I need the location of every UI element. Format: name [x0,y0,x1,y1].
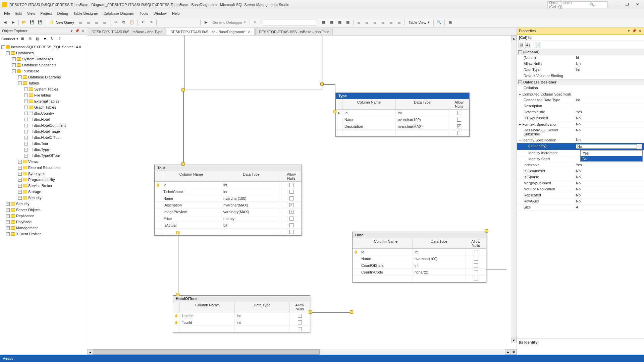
nav-fwd-button[interactable]: ▶ [9,19,17,26]
menu-window[interactable]: Window [151,10,169,16]
tool-4-button[interactable]: ▦ [344,19,352,26]
cut-button[interactable]: ✂ [112,19,119,26]
layout-2-button[interactable]: ☰ [363,19,371,26]
tree-item[interactable]: +Service Broker [0,183,87,189]
diagram-table-hotel[interactable]: HotelColumn NameData TypeAllow NullsIdin… [352,232,486,283]
connect-button[interactable]: Connect [1,37,15,41]
tree-item[interactable]: +dbo.TypeOfTour [0,153,87,159]
property-pages-button[interactable]: 📄 [535,42,541,48]
property-row[interactable]: (Is Identity)No▾ [517,143,644,150]
debugger-select[interactable]: Generic Debugger▾ [210,20,248,24]
object-tree[interactable]: − localhost\SQLEXPRESS (SQL Server 14.0 … [0,43,87,355]
restore-button[interactable]: ❐ [623,1,632,8]
menu-debug[interactable]: Debug [55,10,71,16]
redo-button[interactable]: ↷ [147,19,155,26]
tool-3-button[interactable]: ▦ [336,19,343,26]
db-query-3-button[interactable]: ☰ [93,19,100,26]
property-grid[interactable]: −(General)(Name)IdAllow NullsNoData Type… [517,49,644,339]
property-row[interactable]: Allow NullsNo [517,61,644,67]
menu-file[interactable]: File [1,10,13,16]
property-row[interactable]: Default Value or Binding [517,73,644,79]
identity-dropdown[interactable]: YesNo [580,150,643,162]
property-row[interactable]: +Computed Column Specificati [517,91,644,97]
property-row[interactable]: RowGuidNo [517,198,644,204]
tree-item[interactable]: −ToursBase [0,68,87,74]
property-row[interactable]: Not For ReplicationNo [517,186,644,192]
zoom-select[interactable] [263,19,316,26]
tree-item[interactable]: +dbo.HotelOfTour [0,134,87,140]
table-view-select[interactable]: Table View▾ [407,20,432,24]
db-query-1-button[interactable]: ☰ [77,19,84,26]
categorized-button[interactable]: ▤ [518,42,524,48]
diagram-canvas[interactable]: TypeColumn NameData TypeAllow Nulls▸Idin… [87,36,517,349]
pin-icon[interactable]: 📌 [632,28,637,33]
layout-3-button[interactable]: ☰ [371,19,379,26]
connect-tb-2[interactable]: ⊞ [27,36,33,42]
menu-help[interactable]: Help [169,10,182,16]
menu-project[interactable]: Project [38,10,54,16]
minimize-button[interactable]: — [612,1,622,8]
copy-button[interactable]: ⧉ [120,19,127,26]
diagram-table-hoteloftour[interactable]: HotelOfTourColumn NameData TypeAllow Nul… [173,295,310,333]
property-row[interactable]: Description [517,103,644,109]
tree-item[interactable]: −Tables [0,80,87,86]
property-row[interactable]: (Name)Id [517,55,644,61]
property-category[interactable]: −(General) [517,49,644,55]
tree-item[interactable]: +XEvent Profiler [0,231,87,237]
tree-item[interactable]: +dbo.HotelImage [0,128,87,134]
panel-close-icon[interactable]: ✕ [80,28,85,33]
menu-table-designer[interactable]: Table Designer [71,10,101,16]
save-button[interactable]: 💾 [29,19,36,26]
tree-item[interactable]: +FileTables [0,92,87,98]
tree-item[interactable]: +Server Objects [0,207,87,213]
panel-close-icon[interactable]: ✕ [637,28,642,33]
save-all-button[interactable]: 💾 [37,19,44,26]
dropdown-icon[interactable]: ▾ [69,28,74,33]
tree-item[interactable]: +dbo.HotelComment [0,122,87,128]
tree-item[interactable]: +Security [0,195,87,201]
layout-6-button[interactable]: ☰ [395,19,403,26]
property-row[interactable]: +Full-text SpecificationNo [517,121,644,127]
connect-tb-1[interactable]: ⊞ [20,36,26,42]
dropdown-icon[interactable]: ▾ [627,28,631,33]
quick-launch-input[interactable]: Quick Launch (Ctrl+Q) 🔍 [547,1,608,8]
tree-item[interactable]: +dbo.Hotel [0,116,87,122]
diagram-table-type[interactable]: TypeColumn NameData TypeAllow Nulls▸Idin… [335,93,470,137]
tree-item[interactable]: +Views [0,159,87,165]
layout-5-button[interactable]: ☰ [387,19,395,26]
property-row[interactable]: Data Typeint [517,67,644,73]
menu-edit[interactable]: Edit [13,10,24,16]
property-row[interactable]: ReplicatedNo [517,192,644,198]
diagram-vscroll[interactable]: ▴ ▾ [511,36,517,343]
tree-item[interactable]: +System Databases [0,56,87,62]
pin-icon[interactable]: 📌 [75,28,79,33]
property-selector[interactable]: [Col] Id [517,35,644,41]
tree-item[interactable]: +Replication [0,213,87,219]
tree-item[interactable]: +dbo.Tour [0,140,87,146]
tree-item[interactable]: +Graph Tables [0,104,87,110]
property-row[interactable]: DTS-publishedNo [517,115,644,121]
pan-icon[interactable]: ✥ [511,349,517,355]
property-row[interactable]: Is SparseNo [517,174,644,180]
tree-root[interactable]: − localhost\SQLEXPRESS (SQL Server 14.0 [0,44,87,50]
zoom-in-button[interactable]: 🔍 [435,19,443,26]
alphabetical-button[interactable]: A↓ [525,42,531,48]
document-tab[interactable]: DESKTOP-ITDASH9\S...rsBase - dbo.Type [88,28,166,35]
document-tab[interactable]: DESKTOP-ITDASH9\S...se - BaseDiagramm*✕ [167,28,255,35]
play-button[interactable]: ▶ [202,19,210,26]
tool-2-button[interactable]: ▦ [328,19,335,26]
refresh-button[interactable]: ↻ [49,36,55,42]
layout-4-button[interactable]: ☰ [379,19,387,26]
property-row[interactable]: Size4 [517,204,644,210]
dropdown-option[interactable]: Yes [581,150,642,156]
tree-item[interactable]: +System Tables [0,86,87,92]
filter-button[interactable]: ▼ [42,36,48,42]
menu-tools[interactable]: Tools [137,10,151,16]
tree-item[interactable]: +External Resources [0,165,87,171]
connect-tb-3[interactable]: ▤ [35,36,41,42]
new-query-button[interactable]: ✨ New Query [48,19,76,26]
menu-view[interactable]: View [24,10,38,16]
tree-item[interactable]: +Synonyms [0,171,87,177]
menu-database-diagram[interactable]: Database Diagram [101,10,137,16]
tree-item[interactable]: +PolyBase [0,219,87,225]
